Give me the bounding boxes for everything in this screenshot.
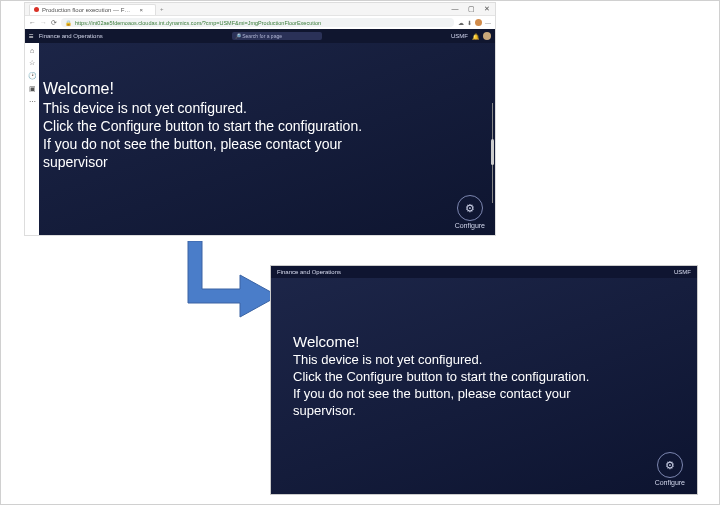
lock-icon: 🔒: [65, 20, 72, 26]
rail-home-icon[interactable]: ⌂: [30, 47, 34, 54]
welcome-line-4: supervisor.: [293, 402, 697, 419]
tab-title: Production floor execution — F…: [42, 7, 130, 13]
welcome-line-4-truncated: supervisor: [43, 153, 487, 171]
fo-header-fullscreen: Finance and Operations USMF: [271, 266, 697, 278]
welcome-heading: Welcome!: [293, 332, 697, 351]
new-tab-button[interactable]: +: [160, 6, 164, 12]
rail-recent-icon[interactable]: 🕑: [28, 72, 37, 80]
browser-address-bar: ← → ⟳ 🔒 https://int02ae5fdemoaos.cloudax…: [25, 15, 495, 29]
welcome-panel: Welcome! This device is not yet configur…: [39, 43, 495, 235]
gear-icon: ⚙: [457, 195, 483, 221]
configure-button[interactable]: ⚙ Configure: [455, 195, 485, 229]
transition-arrow-icon: [186, 241, 281, 326]
browser-tab[interactable]: Production floor execution — F… ×: [29, 4, 156, 15]
welcome-line-1: This device is not yet configured.: [293, 351, 697, 368]
url-field[interactable]: 🔒 https://int02ae5fdemoaos.cloudax.int.d…: [61, 18, 454, 27]
window-close-button[interactable]: ✕: [479, 5, 495, 13]
search-placeholder: 🔎 Search for a page: [235, 33, 282, 39]
rail-fav-icon[interactable]: ☆: [29, 59, 35, 67]
nav-back-icon[interactable]: ←: [29, 19, 36, 26]
welcome-line-2: Click the Configure button to start the …: [293, 368, 697, 385]
browser-titlebar: Production floor execution — F… × + — ▢ …: [25, 3, 495, 15]
welcome-heading: Welcome!: [43, 79, 487, 99]
fo-header: ≡ Finance and Operations 🔎 Search for a …: [25, 29, 495, 43]
rail-workspaces-icon[interactable]: ▣: [29, 85, 36, 93]
configure-label: Configure: [655, 479, 685, 486]
left-nav-rail: ⌂ ☆ 🕑 ▣ ⋯: [25, 43, 39, 235]
configure-button[interactable]: ⚙ Configure: [655, 452, 685, 486]
fullscreen-window: Finance and Operations USMF Welcome! Thi…: [271, 266, 697, 494]
scrollbar[interactable]: [492, 103, 493, 203]
browser-menu-icon[interactable]: ⋯: [485, 19, 491, 26]
welcome-line-3: If you do not see the button, please con…: [293, 385, 697, 402]
tab-close-icon[interactable]: ×: [139, 7, 143, 13]
hamburger-icon[interactable]: ≡: [29, 32, 33, 41]
extension-icon-1[interactable]: ☁: [458, 19, 464, 26]
profile-avatar[interactable]: [475, 19, 482, 26]
gear-icon: ⚙: [657, 452, 683, 478]
bell-icon[interactable]: 🔔: [472, 33, 479, 40]
window-maximize-button[interactable]: ▢: [463, 5, 479, 13]
global-search[interactable]: 🔎 Search for a page: [232, 32, 322, 40]
welcome-line-2: Click the Configure button to start the …: [43, 117, 487, 135]
welcome-panel-fullscreen: Welcome! This device is not yet configur…: [271, 278, 697, 494]
favicon: [34, 7, 39, 12]
url-text: https://int02ae5fdemoaos.cloudax.int.dyn…: [75, 20, 321, 26]
browser-window: Production floor execution — F… × + — ▢ …: [25, 3, 495, 235]
welcome-line-3: If you do not see the button, please con…: [43, 135, 487, 153]
nav-reload-icon[interactable]: ⟳: [51, 19, 57, 27]
app-name: Finance and Operations: [277, 269, 341, 275]
extension-icon-2[interactable]: ⬇: [467, 19, 472, 26]
welcome-line-1: This device is not yet configured.: [43, 99, 487, 117]
configure-label: Configure: [455, 222, 485, 229]
fo-avatar[interactable]: [483, 32, 491, 40]
company-code[interactable]: USMF: [451, 33, 468, 39]
window-minimize-button[interactable]: —: [447, 5, 463, 13]
company-code[interactable]: USMF: [674, 269, 691, 275]
rail-more-icon[interactable]: ⋯: [29, 98, 36, 106]
fo-body: ⌂ ☆ 🕑 ▣ ⋯ Welcome! This device is not ye…: [25, 43, 495, 235]
nav-forward-icon[interactable]: →: [40, 19, 47, 26]
app-name: Finance and Operations: [39, 33, 103, 39]
